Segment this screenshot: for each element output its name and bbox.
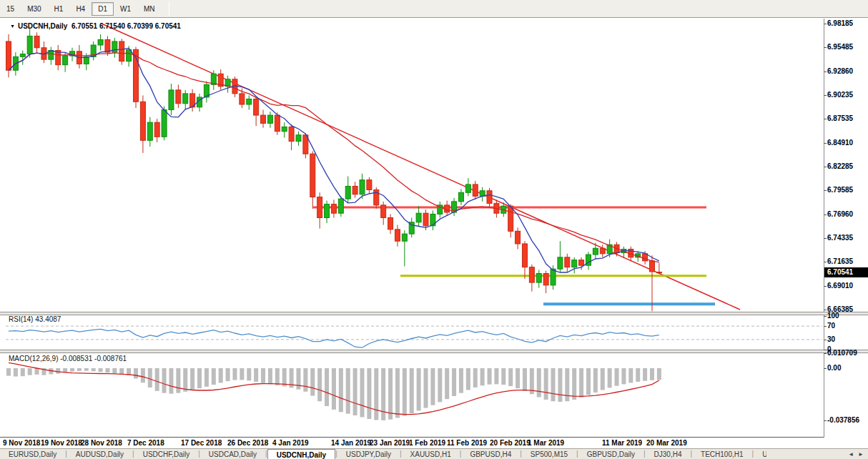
macd-histogram-bar	[480, 368, 485, 385]
macd-chart-canvas[interactable]	[0, 353, 824, 437]
price-axis-label: 6.76960	[827, 210, 853, 218]
chart-tab-tech100-h1[interactable]: TECH100,H1	[692, 449, 751, 459]
macd-histogram-bar	[240, 368, 244, 380]
chart-tab-dj30-h4[interactable]: DJ30,H4	[646, 449, 691, 459]
candle-body	[536, 273, 541, 282]
macd-histogram-bar	[424, 368, 428, 408]
tab-scroll-left-icon[interactable]: ◄	[848, 451, 854, 458]
timeframe-button-h1[interactable]: H1	[48, 2, 70, 16]
macd-histogram-bar	[212, 368, 216, 385]
macd-histogram-bar	[608, 368, 612, 388]
macd-histogram-bar	[317, 368, 322, 401]
chart-symbol-label: USDCNH,Daily	[18, 22, 67, 30]
date-label: 20 Mar 2019	[646, 439, 687, 447]
macd-histogram-bar	[430, 368, 435, 405]
candle-body	[593, 248, 598, 255]
chart-dropdown-icon[interactable]: ▼	[10, 24, 15, 29]
rsi-indicator-label: RSI(14) 43.4087	[9, 315, 61, 323]
macd-histogram-bar	[141, 368, 145, 382]
macd-histogram-bar	[643, 368, 647, 381]
macd-histogram-bar	[219, 368, 223, 382]
macd-histogram-bar	[148, 368, 152, 388]
chart-tab-audusd-daily[interactable]: AUDUSD,Daily	[67, 449, 132, 459]
macd-histogram-bar	[346, 368, 350, 414]
date-label: 1 Feb 2019	[409, 439, 445, 447]
chart-tab-usd[interactable]: USD	[754, 449, 766, 459]
candle-body	[388, 218, 393, 230]
timeframe-button-15[interactable]: 15	[0, 2, 21, 16]
chart-tab-gbpusd-h4[interactable]: GBPUSD,H4	[461, 449, 520, 459]
rsi-chart-canvas[interactable]	[0, 315, 824, 350]
main-chart-canvas[interactable]	[0, 19, 824, 312]
chart-tab-usdcad-daily[interactable]: USDCAD,Daily	[200, 449, 265, 459]
candle-body	[458, 192, 463, 202]
date-label: 11 Feb 2019	[447, 439, 487, 447]
macd-histogram-bar	[70, 368, 74, 372]
price-axis-label: 6.69010	[827, 282, 853, 290]
date-label: 4 Jan 2019	[272, 439, 309, 447]
date-label: 9 Nov 2018	[3, 439, 40, 447]
candle-body	[600, 248, 605, 254]
date-label: 1 Mar 2019	[528, 439, 564, 447]
tab-scroll-right-icon[interactable]: ►	[858, 451, 864, 458]
macd-histogram-bar	[14, 368, 18, 377]
timeframe-toolbar: 15M30H1H4D1W1MN	[0, 0, 868, 18]
macd-histogram-bar	[544, 368, 548, 400]
macd-histogram-bar	[636, 368, 640, 382]
chart-tab-usdjpy-daily[interactable]: USDJPY,Daily	[337, 449, 400, 459]
timeframe-button-h4[interactable]: H4	[69, 2, 92, 16]
toolbar-separator	[169, 1, 169, 16]
rsi-axis-label-tick	[824, 316, 827, 317]
candle-body	[367, 180, 372, 190]
macd-histogram-bar	[6, 368, 11, 376]
timeframe-button-m30[interactable]: M30	[21, 2, 47, 16]
chart-tab-xauusd-h1[interactable]: XAUUSD,H1	[402, 449, 460, 459]
date-label: 26 Dec 2018	[227, 439, 268, 447]
macd-histogram-bar	[176, 368, 180, 393]
candle-body	[381, 205, 386, 218]
macd-histogram-bar	[261, 368, 265, 383]
macd-histogram-bar	[494, 368, 498, 384]
candle-body	[105, 39, 110, 52]
macd-histogram-bar	[650, 368, 654, 380]
candle-body	[84, 56, 89, 64]
chart-tab-gbpusd-daily[interactable]: GBPUSD,Daily	[578, 449, 643, 459]
chart-tab-sp500-m15[interactable]: SP500,M15	[522, 449, 576, 459]
rsi-axis-label: 100	[827, 312, 839, 320]
candle-body	[551, 269, 556, 285]
chart-tab-usdchf-daily[interactable]: USDCHF,Daily	[134, 449, 199, 459]
macd-histogram-bar	[155, 368, 159, 391]
timeframe-button-d1[interactable]: D1	[92, 2, 114, 16]
macd-histogram-bar	[247, 368, 251, 380]
macd-histogram-bar	[204, 368, 209, 387]
macd-indicator-label: MACD(12,26,9) -0.008531 -0.008761	[9, 355, 127, 362]
macd-histogram-bar	[388, 368, 393, 420]
chart-tab-usdcnh-daily[interactable]: USDCNH,Daily	[267, 449, 335, 459]
rsi-axis-label-tick	[824, 326, 827, 327]
candle-body	[27, 36, 32, 54]
date-label: 7 Dec 2018	[127, 439, 164, 447]
macd-histogram-bar	[452, 368, 456, 396]
macd-histogram-bar	[21, 368, 25, 376]
candle-body	[325, 204, 330, 218]
chart-tab-eurusd-daily[interactable]: EURUSD,Daily	[0, 449, 65, 459]
macd-histogram-bar	[657, 368, 661, 380]
price-axis-label-tick	[824, 71, 827, 72]
macd-histogram-bar	[112, 368, 117, 373]
macd-histogram-bar	[367, 368, 371, 419]
timeframe-button-mn[interactable]: MN	[137, 2, 162, 16]
macd-histogram-bar	[183, 368, 187, 392]
macd-histogram-bar	[621, 368, 626, 384]
macd-histogram-bar	[268, 368, 272, 384]
candle-body	[416, 213, 421, 222]
price-axis-label: 6.79585	[827, 186, 853, 194]
timeframe-button-w1[interactable]: W1	[114, 2, 137, 16]
date-label: 11 Mar 2019	[602, 439, 642, 447]
descending-trendline[interactable]	[102, 24, 740, 310]
macd-histogram-bar	[628, 368, 633, 382]
candle-body	[247, 99, 252, 104]
macd-histogram-bar	[197, 368, 202, 388]
price-axis-label: 6.98185	[827, 19, 853, 27]
macd-histogram-bar	[353, 368, 357, 415]
candle-body	[522, 244, 527, 267]
